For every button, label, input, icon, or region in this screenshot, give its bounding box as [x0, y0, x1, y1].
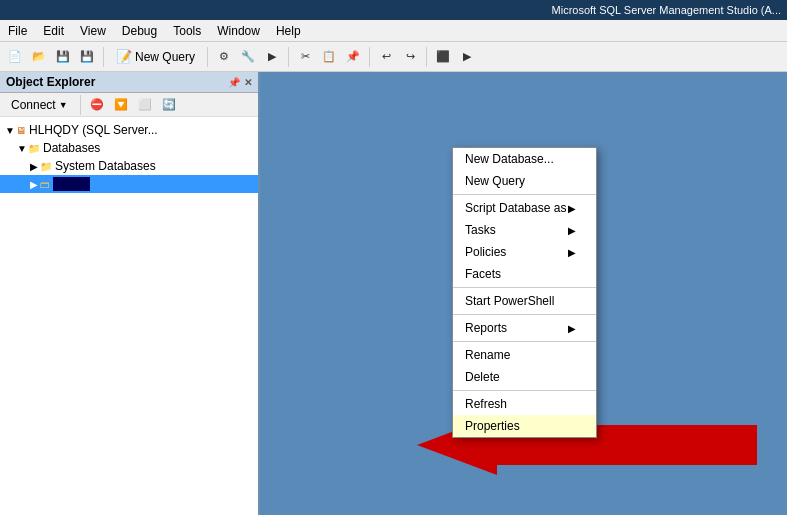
right-panel: New Database... New Query Script Databas…	[260, 72, 787, 515]
ctx-new-database[interactable]: New Database...	[453, 148, 596, 170]
toolbar-sep1	[103, 47, 104, 67]
ctx-facets[interactable]: Facets	[453, 263, 596, 285]
oe-toolbar-sep	[80, 95, 81, 115]
expander-server[interactable]: ▼	[4, 125, 16, 136]
oe-title: Object Explorer	[6, 75, 95, 89]
menu-help[interactable]: Help	[268, 22, 309, 40]
ctx-properties[interactable]: Properties	[453, 415, 596, 437]
oe-disconnect-icon[interactable]: ⛔	[86, 94, 108, 116]
toolbar-redo[interactable]: ↪	[399, 46, 421, 68]
oe-connect-label: Connect	[11, 98, 56, 112]
oe-tree: ▼ 🖥 HLHQDY (SQL Server... ▼ 📁 Databases …	[0, 117, 258, 515]
new-query-label: New Query	[135, 50, 195, 64]
ctx-rename-label: Rename	[465, 348, 510, 362]
toolbar-sep5	[426, 47, 427, 67]
system-folder-icon: 📁	[40, 161, 52, 172]
toolbar: 📄 📂 💾 💾 📝 New Query ⚙ 🔧 ▶ ✂ 📋 📌 ↩ ↪ ⬛ ▶	[0, 42, 787, 72]
menu-tools[interactable]: Tools	[165, 22, 209, 40]
ctx-delete[interactable]: Delete	[453, 366, 596, 388]
ctx-start-powershell-label: Start PowerShell	[465, 294, 554, 308]
new-query-button[interactable]: 📝 New Query	[109, 46, 202, 67]
ctx-script-database[interactable]: Script Database as ▶	[453, 197, 596, 219]
selected-db-label	[53, 177, 90, 191]
toolbar-sep3	[288, 47, 289, 67]
toolbar-icon7[interactable]: 📋	[318, 46, 340, 68]
system-databases-label: System Databases	[55, 159, 156, 173]
menu-file[interactable]: File	[0, 22, 35, 40]
new-query-icon: 📝	[116, 49, 132, 64]
oe-close-icon[interactable]: ✕	[244, 77, 252, 88]
chevron-down-icon: ▼	[59, 100, 68, 110]
toolbar-icon5[interactable]: ▶	[261, 46, 283, 68]
menu-window[interactable]: Window	[209, 22, 268, 40]
oe-toolbar: Connect ▼ ⛔ 🔽 ⬜ 🔄	[0, 93, 258, 117]
databases-label: Databases	[43, 141, 100, 155]
ctx-reports-label: Reports	[465, 321, 507, 335]
object-explorer-panel: Object Explorer 📌 ✕ Connect ▼ ⛔ 🔽 ⬜ 🔄 ▼ …	[0, 72, 260, 515]
toolbar-icon3[interactable]: ⚙	[213, 46, 235, 68]
ctx-sep2	[453, 287, 596, 288]
toolbar-saveall-icon[interactable]: 💾	[76, 46, 98, 68]
ctx-start-powershell[interactable]: Start PowerShell	[453, 290, 596, 312]
menu-view[interactable]: View	[72, 22, 114, 40]
server-label: HLHQDY (SQL Server...	[29, 123, 158, 137]
ctx-refresh[interactable]: Refresh	[453, 393, 596, 415]
ctx-new-query[interactable]: New Query	[453, 170, 596, 192]
ctx-script-database-label: Script Database as	[465, 201, 566, 215]
oe-filter-icon[interactable]: 🔽	[110, 94, 132, 116]
toolbar-open-icon[interactable]: 📂	[28, 46, 50, 68]
toolbar-icon8[interactable]: 📌	[342, 46, 364, 68]
ctx-policies[interactable]: Policies ▶	[453, 241, 596, 263]
expander-system-dbs[interactable]: ▶	[28, 161, 40, 172]
oe-header: Object Explorer 📌 ✕	[0, 72, 258, 93]
ctx-tasks-label: Tasks	[465, 223, 496, 237]
tree-node-databases[interactable]: ▼ 📁 Databases	[0, 139, 258, 157]
title-bar: Microsoft SQL Server Management Studio (…	[0, 0, 787, 20]
db-icon: 🗃	[40, 179, 50, 190]
script-database-arrow-icon: ▶	[568, 203, 576, 214]
reports-arrow-icon: ▶	[568, 323, 576, 334]
menu-debug[interactable]: Debug	[114, 22, 165, 40]
ctx-policies-label: Policies	[465, 245, 506, 259]
toolbar-icon10[interactable]: ▶	[456, 46, 478, 68]
expander-databases[interactable]: ▼	[16, 143, 28, 154]
menu-bar: File Edit View Debug Tools Window Help	[0, 20, 787, 42]
ctx-rename[interactable]: Rename	[453, 344, 596, 366]
oe-refresh-icon[interactable]: 🔄	[158, 94, 180, 116]
toolbar-icon4[interactable]: 🔧	[237, 46, 259, 68]
tree-node-selected-db[interactable]: ▶ 🗃	[0, 175, 258, 193]
context-menu: New Database... New Query Script Databas…	[452, 147, 597, 438]
expander-selected-db[interactable]: ▶	[28, 179, 40, 190]
ctx-sep1	[453, 194, 596, 195]
ctx-delete-label: Delete	[465, 370, 500, 384]
oe-connect-button[interactable]: Connect ▼	[4, 95, 75, 115]
menu-edit[interactable]: Edit	[35, 22, 72, 40]
toolbar-icon9[interactable]: ⬛	[432, 46, 454, 68]
ctx-sep5	[453, 390, 596, 391]
ctx-new-query-label: New Query	[465, 174, 525, 188]
toolbar-sep4	[369, 47, 370, 67]
oe-pin-icon[interactable]: 📌	[228, 77, 240, 88]
toolbar-icon6[interactable]: ✂	[294, 46, 316, 68]
ctx-sep4	[453, 341, 596, 342]
policies-arrow-icon: ▶	[568, 247, 576, 258]
toolbar-undo[interactable]: ↩	[375, 46, 397, 68]
ctx-reports[interactable]: Reports ▶	[453, 317, 596, 339]
ctx-new-database-label: New Database...	[465, 152, 554, 166]
oe-stop-icon[interactable]: ⬜	[134, 94, 156, 116]
tasks-arrow-icon: ▶	[568, 225, 576, 236]
ctx-properties-label: Properties	[465, 419, 520, 433]
toolbar-save-icon[interactable]: 💾	[52, 46, 74, 68]
ctx-facets-label: Facets	[465, 267, 501, 281]
toolbar-sep2	[207, 47, 208, 67]
server-icon: 🖥	[16, 125, 26, 136]
tree-node-system-dbs[interactable]: ▶ 📁 System Databases	[0, 157, 258, 175]
ctx-sep3	[453, 314, 596, 315]
ctx-tasks[interactable]: Tasks ▶	[453, 219, 596, 241]
ctx-refresh-label: Refresh	[465, 397, 507, 411]
main-area: Object Explorer 📌 ✕ Connect ▼ ⛔ 🔽 ⬜ 🔄 ▼ …	[0, 72, 787, 515]
app-title: Microsoft SQL Server Management Studio (…	[552, 4, 781, 16]
folder-icon: 📁	[28, 143, 40, 154]
tree-node-server[interactable]: ▼ 🖥 HLHQDY (SQL Server...	[0, 121, 258, 139]
toolbar-new-icon[interactable]: 📄	[4, 46, 26, 68]
